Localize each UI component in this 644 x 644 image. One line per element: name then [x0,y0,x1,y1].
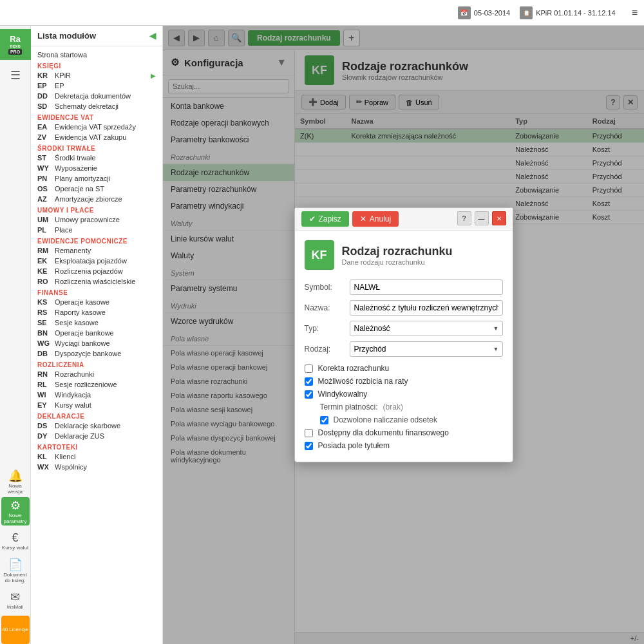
module-panel-collapse[interactable]: ◀ [149,31,156,41]
symbol-input[interactable] [350,279,503,295]
dostepny-checkbox[interactable] [305,429,313,437]
module-item-wi[interactable]: WIWindykacja [31,390,162,400]
module-item-strona[interactable]: Strona startowa [31,50,162,60]
document-label: Dokument do ksieg. [1,573,30,584]
symbol-label: Symbol: [305,283,350,292]
module-list: Strona startowa KSIĘGI KRKPiR▶ EPEP DDDe… [31,46,162,475]
module-item-rm[interactable]: RMRemanenty [31,245,162,256]
pole-label: Posiada pole tytułem [318,441,390,450]
module-item-os[interactable]: OSOperacje na ST [31,184,162,194]
module-item-pn[interactable]: PNPlany amortyzacji [31,173,162,184]
module-item-ro[interactable]: RORozliczenia właścicielskie [31,276,162,287]
module-item-um[interactable]: UMUmowy pracownicze [31,214,162,225]
nazwa-input[interactable] [350,300,503,316]
sub-odsetki: Dozwolone naliczanie odsetek [305,413,503,426]
currency-label: Kursy walut [2,545,28,551]
logo-nexo: nexo [10,44,20,48]
save-label: Zapisz [319,214,341,223]
mail-icon: ✉ [10,590,20,604]
module-item-ks[interactable]: KSOperacje kasowe [31,297,162,307]
save-check-icon: ✔ [309,214,316,223]
module-panel-header: Lista modułów ◀ [31,26,162,46]
rodzaj-row: Rodzaj: Przychód Koszt [305,341,503,357]
module-item-rs[interactable]: RSRaporty kasowe [31,307,162,317]
cancel-x-icon: ✕ [360,214,366,223]
app-wrapper: 📅 05-03-2014 📋 KPiR 01.01.14 - 31.12.14 … [0,0,644,644]
bell-icon: 🔔 [8,469,23,483]
sidebar-document[interactable]: 📄 Dokument do ksieg. [1,556,30,585]
menu-icon[interactable]: ≡ [632,7,638,19]
module-item-wx[interactable]: WXWspólnicy [31,462,162,472]
date-value: 05-03-2014 [474,9,510,17]
period-icon: 📋 [520,6,533,19]
section-finanse: FINANSE [31,287,162,297]
sidebar-currency[interactable]: € Kursy walut [1,527,30,555]
module-panel: Lista modułów ◀ Strona startowa KSIĘGI K… [31,26,163,644]
module-item-rl[interactable]: RLSesje rozliczeniowe [31,379,162,390]
rodzaj-select[interactable]: Przychód Koszt [350,341,503,357]
typ-select[interactable]: Należność Zobowiązanie [350,321,503,336]
modal-minimize-button[interactable]: — [475,211,489,225]
rodzaj-label: Rodzaj: [305,345,350,354]
odsetki-checkbox[interactable] [320,416,328,424]
logo-pro: PRO [8,49,22,55]
section-srodki: ŚRODKI TRWAŁE [31,142,162,153]
new-version-label: Nowa wersja [1,484,30,495]
top-bar-date: 📅 05-03-2014 [458,6,510,19]
module-item-ek[interactable]: EKEksploatacja pojazdów [31,256,162,266]
app-logo: Ra nexo PRO [0,29,31,60]
params-icon: ⚙ [10,498,21,513]
module-item-bn[interactable]: BNOperacje bankowe [31,328,162,338]
module-item-zv[interactable]: ZVEwidencja VAT zakupu [31,132,162,142]
module-item-se[interactable]: SESesje kasowe [31,317,162,328]
module-item-ke[interactable]: KERozliczenia pojazdów [31,266,162,276]
module-item-wy[interactable]: WYWyposażenie [31,163,162,173]
modal-header: KF Rodzaj rozrachunku Dane rodzaju rozra… [305,240,503,270]
sidebar-licencje[interactable]: 40 Licencje [1,616,30,644]
module-item-rn[interactable]: RNRozrachunki [31,369,162,379]
modal-cancel-button[interactable]: ✕ Anuluj [352,211,399,227]
modal-toolbar: ✔ Zapisz ✕ Anuluj ? — ✕ [295,208,513,231]
top-bar: 📅 05-03-2014 📋 KPiR 01.01.14 - 31.12.14 … [0,0,644,26]
sidebar-menu-toggle[interactable]: ☰ [1,61,30,90]
modal-overlay: ✔ Zapisz ✕ Anuluj ? — ✕ [163,26,644,644]
sidebar-new-version[interactable]: 🔔 Nowa wersja [1,468,30,496]
hamburger-icon: ☰ [10,68,21,82]
module-item-ey[interactable]: EYKursy walut [31,400,162,410]
module-item-wg[interactable]: WGWyciągi bankowe [31,338,162,348]
raty-checkbox[interactable] [305,377,313,386]
module-item-kl[interactable]: KLKlienci [31,451,162,462]
module-item-kpir[interactable]: KRKPiR▶ [31,70,162,80]
sidebar-params[interactable]: ⚙ Nowe parametry [1,497,30,526]
module-item-db[interactable]: DBDyspozycje bankowe [31,348,162,359]
rodzaj-select-container: Przychód Koszt [350,341,503,357]
currency-icon: € [12,531,18,545]
section-umowy: UMOWY I PŁACE [31,204,162,214]
checkbox-dostepny: Dostępny dla dokumentu finansowego [305,426,503,439]
korekta-checkbox[interactable] [305,365,313,373]
checkbox-windyk: Windykowalny [305,388,503,401]
module-item-ea[interactable]: EAEwidencja VAT sprzedaży [31,122,162,132]
checkboxes-area: Korekta rozrachunku Możliwość rozbicia n… [305,362,503,452]
typ-label: Typ: [305,324,350,333]
module-item-ds[interactable]: DSDeklaracje skarbowe [31,421,162,431]
module-item-az[interactable]: AZAmortyzacje zbiorcze [31,194,162,204]
modal-close-button[interactable]: ✕ [492,211,506,225]
sidebar-insmail[interactable]: ✉ InsMail [1,586,30,614]
module-item-sd[interactable]: SDSchematy dekretacji [31,101,162,111]
module-item-pl[interactable]: PLPłace [31,225,162,235]
params-label: Nowe parametry [1,513,30,525]
pole-checkbox[interactable] [305,442,313,450]
windyk-label: Windykowalny [318,390,368,399]
raty-label: Możliwość rozbicia na raty [318,377,408,386]
windyk-checkbox[interactable] [305,390,313,399]
section-ksiegi: KSIĘGI [31,60,162,70]
module-item-st[interactable]: STŚrodki trwałe [31,153,162,163]
module-item-dy[interactable]: DYDeklaracje ZUS [31,431,162,441]
checkbox-raty: Możliwość rozbicia na raty [305,375,503,388]
modal-save-button[interactable]: ✔ Zapisz [301,211,349,227]
modal-help-button[interactable]: ? [457,211,471,225]
module-item-ep[interactable]: EPEP [31,80,162,91]
module-item-dd[interactable]: DDDekretacja dokumentów [31,91,162,101]
section-ewidencje-pom: EWIDENCJE POMOCNICZE [31,235,162,245]
